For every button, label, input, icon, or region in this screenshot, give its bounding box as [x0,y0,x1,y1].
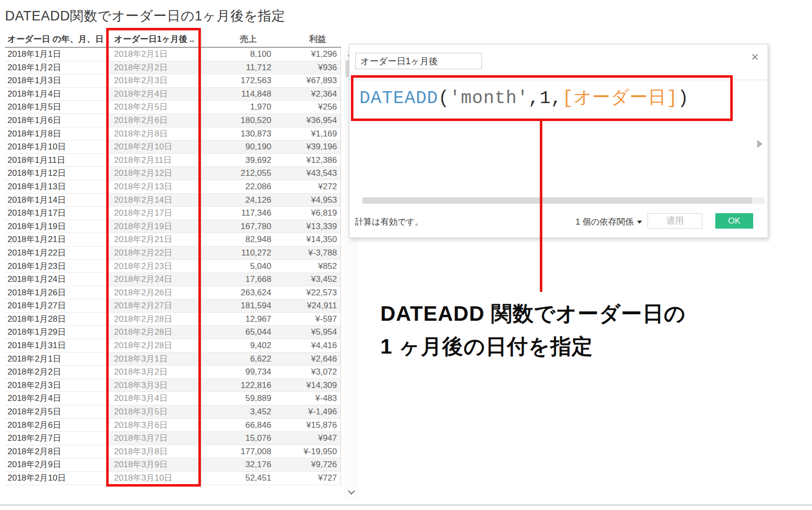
table-row[interactable]: 2018年1月11日2018年2月11日39,692¥12,386 [5,154,340,167]
sales-cell: 263,624 [201,286,275,299]
sales-cell: 110,272 [201,247,275,259]
profit-cell: ¥256 [275,101,340,114]
table-row[interactable]: 2018年2月1日2018年3月1日6,622¥2,646 [5,353,340,366]
table-row[interactable]: 2018年2月6日2018年3月6日66,846¥15,876 [5,419,340,432]
annotation-line1: DATEADD 関数でオーダー日の [380,297,686,330]
order-date-cell: 2018年1月19日 [5,220,108,233]
column-header-next-month[interactable]: オーダー日1ヶ月後 .. [108,32,202,47]
table-row[interactable]: 2018年2月2日2018年3月2日99,734¥3,072 [5,366,340,379]
profit-cell: ¥13,339 [275,220,340,233]
table-row[interactable]: 2018年1月5日2018年2月5日1,970¥256 [5,101,340,114]
table-row[interactable]: 2018年1月8日2018年2月8日130,873¥1,169 [5,128,340,141]
next-month-cell: 2018年2月13日 [108,180,202,193]
formula-text[interactable]: DATEADD('month',1,[オーダー日]) [359,85,689,110]
table-row[interactable]: 2018年1月6日2018年2月6日180,520¥36,954 [5,114,340,128]
next-month-cell: 2018年2月3日 [108,74,202,87]
table-row[interactable]: 2018年1月10日2018年2月10日90,190¥39,196 [5,140,340,154]
next-month-cell: 2018年3月9日 [108,458,202,471]
table-row[interactable]: 2018年1月21日2018年2月21日82,948¥14,350 [5,233,340,247]
next-month-cell: 2018年2月12日 [108,167,202,180]
table-row[interactable]: 2018年1月14日2018年2月14日24,126¥4,953 [5,194,340,207]
data-table: オーダー日 の年、月、日 オーダー日1ヶ月後 .. 売上 利益 2018年1月1… [5,32,341,485]
table-row[interactable]: 2018年2月7日2018年3月7日15,076¥947 [5,432,340,445]
table-row[interactable]: 2018年1月4日2018年2月4日114,848¥2,364 [5,88,340,101]
table-row[interactable]: 2018年1月28日2018年2月28日12,967¥-597 [5,313,340,326]
order-date-cell: 2018年1月23日 [5,260,108,273]
expand-arrow-icon[interactable] [757,140,763,148]
sales-cell: 212,055 [201,167,275,180]
order-date-cell: 2018年1月29日 [5,326,108,339]
table-row[interactable]: 2018年1月17日2018年2月17日117,346¥6,819 [5,207,340,220]
profit-cell: ¥-1,496 [275,405,340,418]
formula-token: ,1, [528,88,562,109]
order-date-cell: 2018年2月1日 [5,353,108,366]
column-header-sales[interactable]: 売上 [202,32,276,47]
table-row[interactable]: 2018年2月5日2018年3月5日3,452¥-1,496 [5,405,340,419]
sales-cell: 6,622 [201,353,275,366]
table-row[interactable]: 2018年2月10日2018年3月10日52,451¥727 [5,472,340,485]
table-row[interactable]: 2018年2月3日2018年3月3日122,816¥14,309 [5,379,340,392]
profit-cell: ¥1,296 [275,48,340,61]
formula-token: ( [438,88,450,109]
table-row[interactable]: 2018年1月22日2018年2月22日110,272¥-3,788 [5,247,340,260]
order-date-cell: 2018年1月14日 [5,194,108,207]
sales-cell: 52,451 [201,472,275,485]
order-date-cell: 2018年2月7日 [5,432,108,445]
column-header-profit[interactable]: 利益 [276,32,341,47]
scroll-down-icon[interactable] [348,488,355,495]
table-row[interactable]: 2018年2月8日2018年3月8日177,008¥-19,950 [5,445,340,459]
next-month-cell: 2018年2月11日 [108,154,202,167]
dependency-dropdown[interactable]: 1 個の依存関係 [575,216,642,228]
next-month-cell: 2018年3月2日 [108,366,202,379]
sales-cell: 82,948 [201,233,275,246]
next-month-cell: 2018年2月14日 [108,194,202,207]
next-month-cell: 2018年2月21日 [108,233,202,246]
order-date-cell: 2018年1月21日 [5,233,108,246]
table-row[interactable]: 2018年1月29日2018年2月28日65,044¥5,954 [5,326,340,339]
sales-cell: 99,734 [201,366,275,379]
table-row[interactable]: 2018年1月1日2018年2月1日8,100¥1,296 [5,48,340,61]
table-body: 2018年1月1日2018年2月1日8,100¥1,2962018年1月2日20… [5,48,341,485]
table-row[interactable]: 2018年1月23日2018年2月23日5,040¥852 [5,260,340,273]
order-date-cell: 2018年2月5日 [5,405,108,418]
calculation-name-input[interactable] [355,53,482,69]
table-row[interactable]: 2018年1月31日2018年2月28日9,402¥4,416 [5,339,340,353]
order-date-cell: 2018年1月10日 [5,140,108,153]
ok-button[interactable]: OK [715,213,753,229]
table-row[interactable]: 2018年1月12日2018年2月12日212,055¥43,543 [5,167,340,180]
sales-cell: 3,452 [201,405,275,418]
column-header-order-date[interactable]: オーダー日 の年、月、日 [5,32,108,47]
sales-cell: 90,190 [201,140,275,153]
profit-cell: ¥5,954 [275,326,340,339]
sales-cell: 167,780 [201,220,275,233]
table-row[interactable]: 2018年1月13日2018年2月13日22,086¥272 [5,180,340,194]
next-month-cell: 2018年3月5日 [108,405,202,418]
table-row[interactable]: 2018年1月27日2018年2月27日181,594¥24,911 [5,299,340,313]
sales-cell: 8,100 [201,48,275,61]
formula-resize-track[interactable] [362,197,765,204]
table-row[interactable]: 2018年1月24日2018年2月24日17,668¥3,452 [5,273,340,286]
sales-cell: 11,712 [201,61,275,74]
next-month-cell: 2018年2月28日 [108,313,202,326]
sales-cell: 15,076 [201,432,275,445]
formula-resize-thumb[interactable] [362,197,752,204]
table-row[interactable]: 2018年1月3日2018年2月3日172,563¥67,893 [5,74,340,88]
next-month-cell: 2018年3月8日 [108,445,202,458]
sales-cell: 65,044 [201,326,275,339]
table-row[interactable]: 2018年1月26日2018年2月26日263,624¥22,573 [5,286,340,300]
order-date-cell: 2018年2月3日 [5,379,108,392]
table-row[interactable]: 2018年2月9日2018年3月9日32,176¥9,726 [5,458,340,472]
profit-cell: ¥3,072 [275,366,340,379]
table-row[interactable]: 2018年1月2日2018年2月2日11,712¥936 [5,61,340,75]
close-icon[interactable]: × [751,50,759,63]
profit-cell: ¥3,452 [275,273,340,286]
calculation-dialog: × DATEADD('month',1,[オーダー日]) 計算は有効です。 1 … [349,44,768,238]
page-title: DATEADD関数でオーダー日の1ヶ月後を指定 [5,7,285,25]
order-date-cell: 2018年1月28日 [5,313,108,326]
table-row[interactable]: 2018年2月4日2018年3月4日59,889¥-483 [5,392,340,405]
apply-button[interactable]: 適用 [648,213,702,229]
profit-cell: ¥4,416 [275,339,340,352]
next-month-cell: 2018年3月1日 [108,353,202,366]
next-month-cell: 2018年2月8日 [108,128,202,140]
table-row[interactable]: 2018年1月19日2018年2月19日167,780¥13,339 [5,220,340,234]
